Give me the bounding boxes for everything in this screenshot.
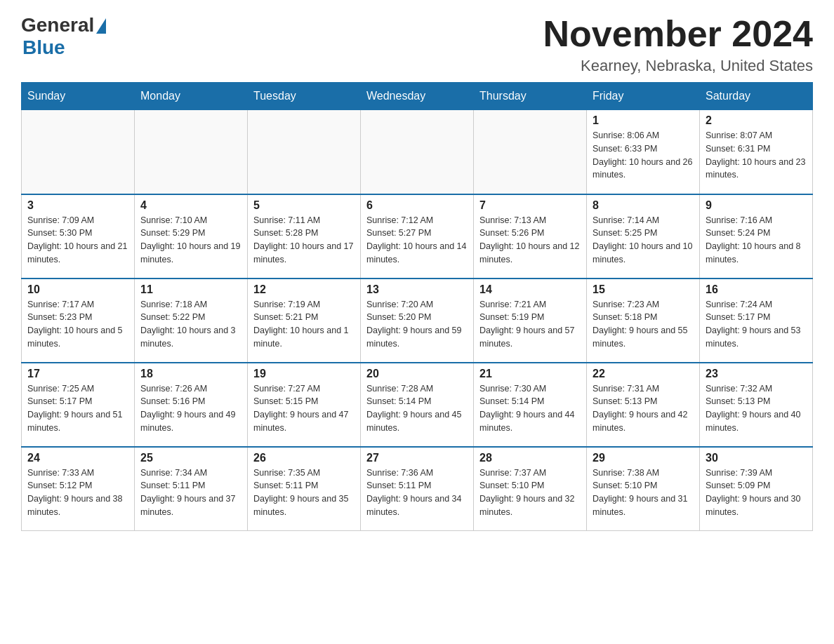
- calendar-cell: 22Sunrise: 7:31 AM Sunset: 5:13 PM Dayli…: [587, 363, 700, 447]
- day-number: 22: [593, 368, 694, 380]
- day-number: 10: [27, 283, 128, 296]
- logo-blue-text: Blue: [22, 36, 65, 59]
- calendar-cell: 5Sunrise: 7:11 AM Sunset: 5:28 PM Daylig…: [248, 194, 361, 279]
- day-number: 11: [140, 283, 241, 296]
- calendar-cell: 17Sunrise: 7:25 AM Sunset: 5:17 PM Dayli…: [22, 363, 135, 447]
- day-info: Sunrise: 7:10 AM Sunset: 5:29 PM Dayligh…: [140, 214, 241, 267]
- calendar-cell: 30Sunrise: 7:39 AM Sunset: 5:09 PM Dayli…: [700, 447, 813, 531]
- calendar-cell: 3Sunrise: 7:09 AM Sunset: 5:30 PM Daylig…: [22, 194, 135, 279]
- calendar-cell: 16Sunrise: 7:24 AM Sunset: 5:17 PM Dayli…: [700, 279, 813, 363]
- day-info: Sunrise: 7:16 AM Sunset: 5:24 PM Dayligh…: [706, 214, 807, 267]
- calendar-cell: 8Sunrise: 7:14 AM Sunset: 5:25 PM Daylig…: [587, 194, 700, 279]
- calendar-cell: 14Sunrise: 7:21 AM Sunset: 5:19 PM Dayli…: [474, 279, 587, 363]
- day-number: 2: [706, 114, 807, 127]
- calendar-cell: 23Sunrise: 7:32 AM Sunset: 5:13 PM Dayli…: [700, 363, 813, 447]
- day-number: 29: [593, 452, 694, 464]
- calendar-cell: [22, 110, 135, 194]
- page-header: General Blue November 2024 Kearney, Nebr…: [21, 14, 813, 75]
- day-info: Sunrise: 7:31 AM Sunset: 5:13 PM Dayligh…: [593, 382, 694, 435]
- calendar-week-row: 1Sunrise: 8:06 AM Sunset: 6:33 PM Daylig…: [22, 110, 813, 194]
- calendar-cell: 9Sunrise: 7:16 AM Sunset: 5:24 PM Daylig…: [700, 194, 813, 279]
- day-info: Sunrise: 7:39 AM Sunset: 5:09 PM Dayligh…: [706, 467, 807, 519]
- day-info: Sunrise: 8:06 AM Sunset: 6:33 PM Dayligh…: [593, 129, 694, 182]
- day-number: 21: [479, 368, 581, 380]
- day-number: 14: [479, 283, 581, 296]
- day-info: Sunrise: 7:09 AM Sunset: 5:30 PM Dayligh…: [27, 214, 128, 267]
- day-number: 15: [593, 283, 694, 296]
- day-number: 9: [706, 199, 807, 212]
- day-number: 23: [706, 368, 807, 380]
- location-text: Kearney, Nebraska, United States: [543, 57, 813, 75]
- day-info: Sunrise: 7:26 AM Sunset: 5:16 PM Dayligh…: [140, 382, 241, 435]
- day-number: 30: [706, 452, 807, 464]
- day-number: 5: [253, 199, 355, 212]
- day-number: 8: [593, 199, 694, 212]
- day-info: Sunrise: 7:14 AM Sunset: 5:25 PM Dayligh…: [593, 214, 694, 267]
- day-info: Sunrise: 7:12 AM Sunset: 5:27 PM Dayligh…: [366, 214, 468, 267]
- day-info: Sunrise: 8:07 AM Sunset: 6:31 PM Dayligh…: [706, 129, 807, 182]
- title-block: November 2024 Kearney, Nebraska, United …: [543, 14, 813, 75]
- calendar-cell: 20Sunrise: 7:28 AM Sunset: 5:14 PM Dayli…: [361, 363, 474, 447]
- day-number: 27: [366, 452, 468, 464]
- calendar-cell: [361, 110, 474, 194]
- calendar-cell: 18Sunrise: 7:26 AM Sunset: 5:16 PM Dayli…: [135, 363, 248, 447]
- calendar-week-row: 17Sunrise: 7:25 AM Sunset: 5:17 PM Dayli…: [22, 363, 813, 447]
- day-info: Sunrise: 7:21 AM Sunset: 5:19 PM Dayligh…: [479, 298, 581, 351]
- day-number: 26: [253, 452, 355, 464]
- day-info: Sunrise: 7:13 AM Sunset: 5:26 PM Dayligh…: [479, 214, 581, 267]
- day-info: Sunrise: 7:37 AM Sunset: 5:10 PM Dayligh…: [479, 467, 581, 519]
- calendar-header-friday: Friday: [587, 83, 700, 110]
- day-info: Sunrise: 7:25 AM Sunset: 5:17 PM Dayligh…: [27, 382, 128, 435]
- calendar-cell: 25Sunrise: 7:34 AM Sunset: 5:11 PM Dayli…: [135, 447, 248, 531]
- day-number: 13: [366, 283, 468, 296]
- day-info: Sunrise: 7:23 AM Sunset: 5:18 PM Dayligh…: [593, 298, 694, 351]
- day-number: 12: [253, 283, 355, 296]
- day-number: 19: [253, 368, 355, 380]
- day-number: 6: [366, 199, 468, 212]
- calendar-cell: 6Sunrise: 7:12 AM Sunset: 5:27 PM Daylig…: [361, 194, 474, 279]
- calendar-cell: 24Sunrise: 7:33 AM Sunset: 5:12 PM Dayli…: [22, 447, 135, 531]
- day-number: 16: [706, 283, 807, 296]
- day-info: Sunrise: 7:35 AM Sunset: 5:11 PM Dayligh…: [253, 467, 355, 519]
- day-info: Sunrise: 7:24 AM Sunset: 5:17 PM Dayligh…: [706, 298, 807, 351]
- calendar-cell: 10Sunrise: 7:17 AM Sunset: 5:23 PM Dayli…: [22, 279, 135, 363]
- day-number: 25: [140, 452, 241, 464]
- calendar-week-row: 10Sunrise: 7:17 AM Sunset: 5:23 PM Dayli…: [22, 279, 813, 363]
- calendar-cell: [474, 110, 587, 194]
- calendar-cell: 12Sunrise: 7:19 AM Sunset: 5:21 PM Dayli…: [248, 279, 361, 363]
- calendar-cell: 4Sunrise: 7:10 AM Sunset: 5:29 PM Daylig…: [135, 194, 248, 279]
- calendar-cell: 19Sunrise: 7:27 AM Sunset: 5:15 PM Dayli…: [248, 363, 361, 447]
- calendar-header-wednesday: Wednesday: [361, 83, 474, 110]
- calendar-cell: 11Sunrise: 7:18 AM Sunset: 5:22 PM Dayli…: [135, 279, 248, 363]
- calendar-cell: 15Sunrise: 7:23 AM Sunset: 5:18 PM Dayli…: [587, 279, 700, 363]
- calendar-cell: [135, 110, 248, 194]
- calendar-week-row: 3Sunrise: 7:09 AM Sunset: 5:30 PM Daylig…: [22, 194, 813, 279]
- day-info: Sunrise: 7:17 AM Sunset: 5:23 PM Dayligh…: [27, 298, 128, 351]
- calendar-header-thursday: Thursday: [474, 83, 587, 110]
- day-info: Sunrise: 7:11 AM Sunset: 5:28 PM Dayligh…: [253, 214, 355, 267]
- day-info: Sunrise: 7:20 AM Sunset: 5:20 PM Dayligh…: [366, 298, 468, 351]
- day-info: Sunrise: 7:19 AM Sunset: 5:21 PM Dayligh…: [253, 298, 355, 351]
- day-number: 24: [27, 452, 128, 464]
- day-info: Sunrise: 7:18 AM Sunset: 5:22 PM Dayligh…: [140, 298, 241, 351]
- calendar-header-monday: Monday: [135, 83, 248, 110]
- day-info: Sunrise: 7:36 AM Sunset: 5:11 PM Dayligh…: [366, 467, 468, 519]
- calendar-cell: 1Sunrise: 8:06 AM Sunset: 6:33 PM Daylig…: [587, 110, 700, 194]
- calendar-cell: [248, 110, 361, 194]
- day-number: 17: [27, 368, 128, 380]
- day-number: 20: [366, 368, 468, 380]
- month-title: November 2024: [543, 14, 813, 54]
- day-info: Sunrise: 7:27 AM Sunset: 5:15 PM Dayligh…: [253, 382, 355, 435]
- calendar-cell: 29Sunrise: 7:38 AM Sunset: 5:10 PM Dayli…: [587, 447, 700, 531]
- day-number: 4: [140, 199, 241, 212]
- logo: General Blue: [21, 14, 106, 59]
- calendar-cell: 28Sunrise: 7:37 AM Sunset: 5:10 PM Dayli…: [474, 447, 587, 531]
- day-number: 7: [479, 199, 581, 212]
- day-info: Sunrise: 7:30 AM Sunset: 5:14 PM Dayligh…: [479, 382, 581, 435]
- calendar-cell: 21Sunrise: 7:30 AM Sunset: 5:14 PM Dayli…: [474, 363, 587, 447]
- calendar-header-sunday: Sunday: [22, 83, 135, 110]
- calendar-table: SundayMondayTuesdayWednesdayThursdayFrid…: [21, 82, 813, 531]
- day-number: 28: [479, 452, 581, 464]
- calendar-cell: 2Sunrise: 8:07 AM Sunset: 6:31 PM Daylig…: [700, 110, 813, 194]
- calendar-header-tuesday: Tuesday: [248, 83, 361, 110]
